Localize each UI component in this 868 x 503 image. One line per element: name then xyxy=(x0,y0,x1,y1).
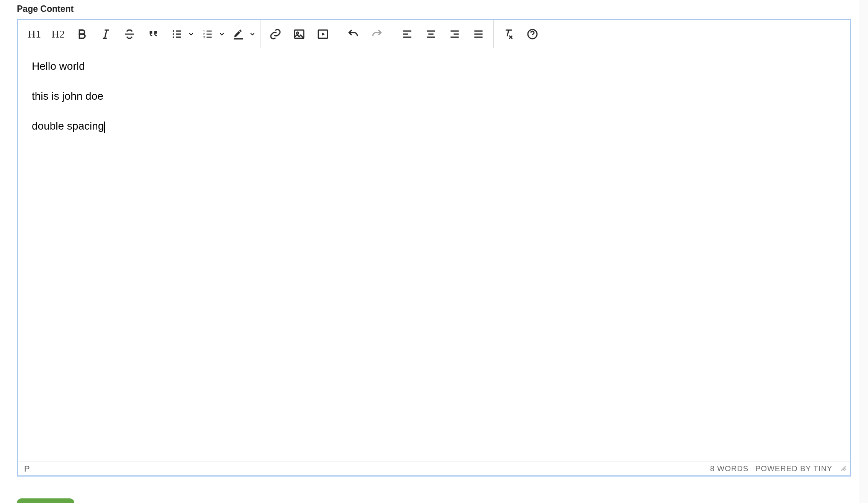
svg-point-38 xyxy=(532,36,533,37)
align-right-button[interactable] xyxy=(444,23,466,45)
link-button[interactable] xyxy=(264,23,287,45)
bullet-list-dropdown[interactable] xyxy=(187,23,196,45)
toolbar-group-align xyxy=(392,20,494,48)
paragraph[interactable]: Hello world xyxy=(32,59,836,74)
image-button[interactable] xyxy=(288,23,310,45)
svg-line-41 xyxy=(845,470,846,471)
toolbar-group-history xyxy=(338,20,392,48)
primary-action-button-peek[interactable] xyxy=(17,498,74,503)
italic-button[interactable] xyxy=(95,23,117,45)
branding-label[interactable]: POWERED BY TINY xyxy=(755,464,832,473)
image-icon xyxy=(293,28,305,40)
resize-grip-icon xyxy=(839,464,846,471)
numbered-list-icon: 1 2 3 xyxy=(201,28,214,40)
quote-icon xyxy=(147,28,159,40)
svg-point-18 xyxy=(296,32,298,34)
link-icon xyxy=(269,28,282,40)
redo-button[interactable] xyxy=(366,23,388,45)
media-icon xyxy=(317,28,329,40)
align-center-icon xyxy=(425,28,437,40)
undo-button[interactable] xyxy=(342,23,364,45)
highlight-button[interactable] xyxy=(227,23,249,45)
svg-point-6 xyxy=(173,33,174,35)
toolbar-group-misc xyxy=(494,20,547,48)
text-cursor xyxy=(104,122,105,133)
strikethrough-button[interactable] xyxy=(118,23,141,45)
italic-icon xyxy=(100,28,112,40)
paragraph[interactable]: this is john doe xyxy=(32,89,836,104)
element-path[interactable]: P xyxy=(24,464,30,474)
align-center-button[interactable] xyxy=(420,23,442,45)
media-button[interactable] xyxy=(312,23,334,45)
clear-formatting-button[interactable] xyxy=(498,23,520,45)
align-justify-button[interactable] xyxy=(467,23,490,45)
vertical-scrollbar[interactable] xyxy=(859,0,868,503)
section-label: Page Content xyxy=(17,0,851,19)
chevron-down-icon xyxy=(218,31,225,38)
editor-content-area[interactable]: Hello world this is john doe double spac… xyxy=(18,48,850,462)
redo-icon xyxy=(371,28,383,40)
highlight-dropdown[interactable] xyxy=(248,23,257,45)
editor-toolbar: H1 H2 xyxy=(18,20,850,48)
bullet-list-icon xyxy=(171,28,183,40)
resize-handle[interactable] xyxy=(839,464,846,473)
svg-marker-20 xyxy=(322,33,325,36)
svg-rect-16 xyxy=(234,38,243,39)
align-left-icon xyxy=(401,28,413,40)
svg-line-2 xyxy=(105,30,106,38)
chevron-down-icon xyxy=(188,31,195,38)
undo-icon xyxy=(347,28,359,40)
highlight-icon xyxy=(232,28,244,40)
heading2-button[interactable]: H2 xyxy=(47,23,69,45)
svg-line-34 xyxy=(507,30,509,36)
numbered-list-dropdown[interactable] xyxy=(217,23,226,45)
svg-text:3: 3 xyxy=(203,35,205,39)
bullet-list-button[interactable] xyxy=(166,23,188,45)
editor-statusbar: P 8 WORDS POWERED BY TINY xyxy=(18,462,850,475)
toolbar-group-insert xyxy=(260,20,338,48)
bold-button[interactable] xyxy=(71,23,93,45)
bold-icon xyxy=(76,28,88,40)
svg-point-4 xyxy=(173,30,174,32)
rich-text-editor: H1 H2 xyxy=(17,19,851,477)
strikethrough-icon xyxy=(123,28,136,40)
paragraph[interactable]: double spacing xyxy=(32,119,836,133)
align-right-icon xyxy=(449,28,461,40)
clear-formatting-icon xyxy=(503,28,515,40)
numbered-list-button[interactable]: 1 2 3 xyxy=(197,23,219,45)
blockquote-button[interactable] xyxy=(142,23,164,45)
align-left-button[interactable] xyxy=(396,23,418,45)
align-justify-icon xyxy=(472,28,485,40)
help-icon xyxy=(526,28,539,40)
svg-point-8 xyxy=(173,36,174,38)
chevron-down-icon xyxy=(249,31,256,38)
word-count[interactable]: 8 WORDS xyxy=(710,464,748,473)
heading1-button[interactable]: H1 xyxy=(23,23,46,45)
toolbar-group-text: H1 H2 xyxy=(20,20,260,48)
help-button[interactable] xyxy=(521,23,544,45)
